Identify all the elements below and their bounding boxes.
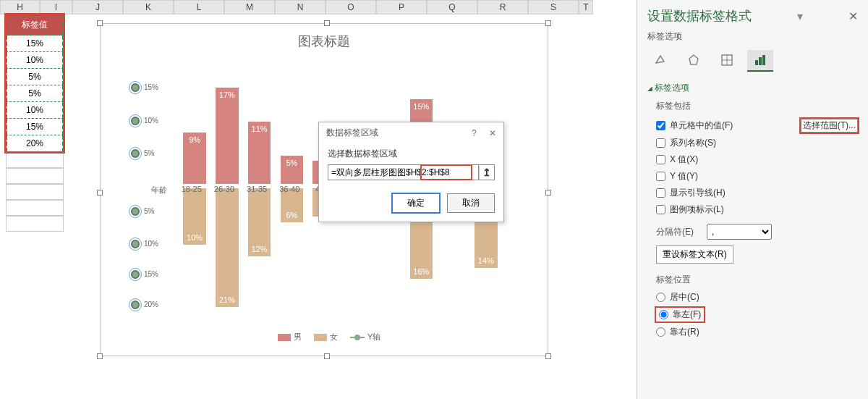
cell-H2[interactable]: 15% <box>6 35 64 52</box>
range-input[interactable] <box>328 164 479 180</box>
cell-H5[interactable]: 5% <box>6 85 64 102</box>
checkbox-legend-key[interactable] <box>656 205 665 214</box>
checkbox-series-name-label: 系列名称(S) <box>670 137 716 149</box>
col-R[interactable]: R <box>477 0 528 14</box>
cell-H7[interactable]: 15% <box>6 119 64 135</box>
help-icon[interactable]: ? <box>472 128 477 138</box>
checkbox-leader-lines-label: 显示引导线(H) <box>670 187 726 199</box>
dialog-field-label: 选择数据标签区域 <box>328 148 495 160</box>
checkbox-x-value-label: X 值(X) <box>670 154 698 166</box>
svg-rect-3 <box>759 57 762 65</box>
separator-select[interactable]: , <box>707 224 772 240</box>
checkbox-legend-key-label: 图例项标示(L) <box>670 203 724 216</box>
cell-H8[interactable]: 20% <box>6 135 64 152</box>
chart-legend[interactable]: 男 女 Y轴 <box>101 332 548 343</box>
separator-label: 分隔符(E) <box>656 226 694 238</box>
legend-swatch-female <box>314 334 327 341</box>
svg-rect-2 <box>755 60 758 65</box>
close-icon[interactable]: ✕ <box>489 128 496 138</box>
radio-left[interactable] <box>659 310 668 319</box>
radio-right-label: 靠右(R) <box>670 326 699 338</box>
cancel-button[interactable]: 取消 <box>447 193 495 213</box>
col-P[interactable]: P <box>376 0 427 14</box>
legend-swatch-male <box>278 334 291 341</box>
col-L[interactable]: L <box>174 0 224 14</box>
checkbox-series-name[interactable] <box>656 138 665 148</box>
col-K[interactable]: K <box>123 0 174 14</box>
col-N[interactable]: N <box>275 0 326 14</box>
effects-icon[interactable] <box>681 50 707 72</box>
section-label-options[interactable]: 标签选项 <box>647 82 858 94</box>
label-contains: 标签包括 <box>656 100 858 112</box>
cell-header[interactable]: 标签值 <box>6 14 64 35</box>
col-Q[interactable]: Q <box>427 0 477 14</box>
svg-marker-0 <box>689 55 698 64</box>
column-headers: H I J K L M N O P Q R S T <box>0 0 593 14</box>
size-properties-icon[interactable] <box>714 50 740 72</box>
data-label-range-dialog[interactable]: 数据标签区域 ? ✕ 选择数据标签区域 ↥ 确定 取消 <box>318 122 504 222</box>
cell-H6[interactable]: 10% <box>6 102 64 119</box>
collapse-dialog-icon[interactable]: ↥ <box>479 164 495 180</box>
col-S[interactable]: S <box>528 0 579 14</box>
fill-line-icon[interactable] <box>647 50 673 72</box>
checkbox-x-value[interactable] <box>656 155 665 164</box>
label-options-link[interactable]: 标签选项 <box>647 30 682 43</box>
dialog-title: 数据标签区域 <box>326 127 378 139</box>
legend-swatch-yaxis <box>350 337 365 338</box>
panel-menu-icon[interactable]: ▾ <box>797 9 803 23</box>
ok-button[interactable]: 确定 <box>392 193 440 213</box>
panel-title: 设置数据标签格式 <box>647 7 752 25</box>
label-options-icon[interactable] <box>747 50 773 72</box>
reset-label-text-button[interactable]: 重设标签文本(R) <box>656 245 733 264</box>
panel-category-tabs <box>647 50 858 72</box>
radio-center[interactable] <box>656 293 665 302</box>
checkbox-cell-value[interactable] <box>656 121 665 130</box>
checkbox-y-value[interactable] <box>656 172 665 181</box>
col-T[interactable]: T <box>579 0 593 14</box>
col-H[interactable]: H <box>0 0 40 14</box>
checkbox-leader-lines[interactable] <box>656 188 665 198</box>
col-M[interactable]: M <box>224 0 275 14</box>
col-O[interactable]: O <box>326 0 376 14</box>
col-J[interactable]: J <box>72 0 123 14</box>
format-data-labels-panel: 设置数据标签格式 ▾ ✕ 标签选项 标签选项 标签包括 单元格中的值(F) 选择… <box>637 0 868 399</box>
cell-H4[interactable]: 5% <box>6 69 64 85</box>
checkbox-cell-value-label: 单元格中的值(F) <box>670 119 733 132</box>
svg-rect-4 <box>762 55 765 65</box>
empty-cells[interactable] <box>6 152 64 232</box>
label-position-title: 标签位置 <box>656 274 858 286</box>
col-I[interactable]: I <box>40 0 72 14</box>
cell-H3[interactable]: 10% <box>6 52 64 69</box>
checkbox-y-value-label: Y 值(Y) <box>670 170 698 182</box>
sheet-column-H: 标签值 15% 10% 5% 5% 10% 15% 20% <box>6 14 64 232</box>
select-range-button[interactable]: 选择范围(T)... <box>801 119 858 133</box>
y-axis-series[interactable]: 15% 10% 5% 5% 10% 15% 20% <box>128 60 142 312</box>
radio-left-label: 靠左(F) <box>673 308 701 321</box>
panel-close-icon[interactable]: ✕ <box>848 9 858 23</box>
radio-center-label: 居中(C) <box>670 291 699 303</box>
radio-right[interactable] <box>656 327 665 337</box>
chart-title[interactable]: 图表标题 <box>101 33 548 50</box>
